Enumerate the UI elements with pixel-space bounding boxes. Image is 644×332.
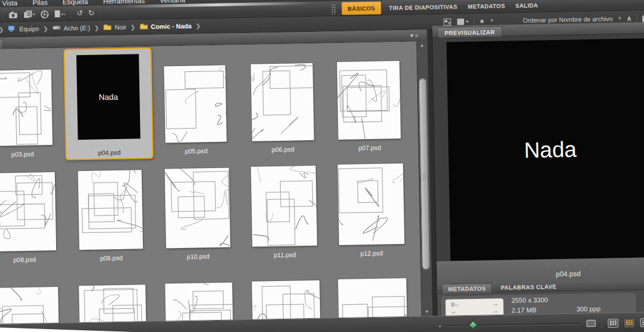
meta-dimensions: 2550 x 3300 <box>511 296 576 305</box>
breadcrumb: Escritorio❯Equipo❯Acho (E:)❯Noir❯Comic -… <box>0 21 201 34</box>
smaller-thumbs-icon[interactable]: ▪ <box>439 321 441 331</box>
thumbnail-image[interactable] <box>164 65 226 143</box>
content-panel: CONTENIDO ▼≡ p03.psdNada· · · · ·p04.psd… <box>0 30 433 332</box>
computer-icon <box>8 25 16 33</box>
breadcrumb-separator: ❯ <box>43 25 49 32</box>
toolbar: ◄ ▼ ↺ ↻ <box>0 8 100 21</box>
thumbnail-image[interactable] <box>337 61 400 140</box>
metadata-tab-palabras-clave[interactable]: PALABRAS CLAVE <box>495 282 562 293</box>
file-unlabeled[interactable] <box>0 265 67 332</box>
rotate-ccw-icon[interactable]: ↺ <box>76 8 83 19</box>
thumbnail-image[interactable] <box>0 172 56 251</box>
bridge-window: EditarVistaPilasEtiquetaHerramientasVent… <box>0 0 644 332</box>
folder-open-icon[interactable] <box>642 14 644 22</box>
toolbar-separator <box>71 9 71 18</box>
workspace-tab-tira-de-diapositivas[interactable]: TIRA DE DIAPOSITIVAS <box>387 0 460 13</box>
slider-thumb[interactable] <box>470 322 476 328</box>
file-label: p10.psd <box>187 253 209 260</box>
thumbnail-image[interactable] <box>78 170 143 250</box>
file-p05[interactable]: p05.psd <box>154 50 237 155</box>
file-label: p03.psd <box>11 151 34 158</box>
tab-previsualizar[interactable]: PREVISUALIZAR <box>437 26 502 38</box>
file-p12[interactable]: p12.psd <box>329 153 412 258</box>
status-controls: ▪ <box>439 317 644 331</box>
breadcrumb-separator: ❯ <box>130 24 135 30</box>
menu-item[interactable]: Pilas <box>32 0 47 7</box>
cover-text: Nada <box>98 92 118 102</box>
camera-raw-icon[interactable] <box>40 10 49 19</box>
file-p04[interactable]: Nada· · · · ·p04.psd <box>64 48 153 160</box>
preview-cover-text: Nada <box>524 137 577 163</box>
preview-panel: PREVISUALIZAR Nada · · · · · p04.psd MET… <box>432 21 644 332</box>
thumbnail-quality-icon[interactable] <box>443 18 452 25</box>
workspace-tab-salida[interactable]: SALIDA <box>513 0 540 11</box>
file-label: p04.psd <box>98 149 120 156</box>
file-label: p07.psd <box>358 144 381 152</box>
thumbnail-image[interactable] <box>337 163 404 245</box>
breadcrumb-item[interactable]: Acho (E:) <box>52 24 90 32</box>
file-p11[interactable]: p11.psd <box>242 155 325 260</box>
grid-view-icon[interactable] <box>608 319 619 327</box>
thumbnail-size-slider[interactable] <box>447 320 581 329</box>
file-label: p06.psd <box>271 145 294 153</box>
folder-icon <box>139 23 148 31</box>
breadcrumb-item[interactable]: Comic - Nada <box>139 22 192 31</box>
file-label: p11.psd <box>274 251 296 258</box>
thumbnail-grid: p03.psdNada· · · · ·p04.psdp05.psdp06.ps… <box>0 42 422 332</box>
workspace-tab-metadatos[interactable]: METADATOS <box>465 0 507 12</box>
thumbnail-view-icon[interactable] <box>624 318 635 327</box>
drive-icon <box>52 25 61 32</box>
scrollbar-grip <box>422 174 426 180</box>
screenshot-stage: EditarVistaPilasEtiquetaHerramientasVent… <box>0 0 644 332</box>
scroll-up-icon[interactable]: ▲ <box>417 43 427 47</box>
selected-thumbnail[interactable]: Nada <box>76 54 141 140</box>
file-p08[interactable]: p08.psd <box>0 159 65 264</box>
thumbnail-image[interactable] <box>164 168 230 249</box>
slider-track <box>447 323 581 326</box>
larger-thumbs-icon[interactable] <box>587 320 596 327</box>
workspace-tab-básicos[interactable]: BÁSICOS <box>341 2 381 15</box>
file-label: p09.psd <box>100 254 123 262</box>
open-file-icon[interactable] <box>54 10 65 18</box>
meta-resolution: 300 ppp <box>576 305 601 313</box>
panel-menu-icon[interactable]: ▼≡ <box>409 32 418 38</box>
rating-dots[interactable]: · · · · · <box>91 142 127 148</box>
toolbar-separator <box>602 319 602 328</box>
breadcrumb-item[interactable]: Equipo <box>8 24 39 33</box>
breadcrumb-separator: ❯ <box>196 23 201 29</box>
breadcrumb-separator: ❯ <box>0 26 3 32</box>
file-p06[interactable]: p06.psd <box>241 49 323 154</box>
details-view-icon[interactable] <box>641 318 644 327</box>
camera-import-icon[interactable] <box>8 11 18 19</box>
folder-icon <box>103 23 112 31</box>
file-p09[interactable]: p09.psd <box>69 158 152 262</box>
thumbnail-image[interactable] <box>0 70 53 146</box>
preview-quality-icon[interactable] <box>457 17 469 25</box>
thumbnail-image[interactable] <box>251 63 314 141</box>
file-label: p05.psd <box>185 147 207 155</box>
file-label: p08.psd <box>13 256 36 264</box>
toolbar-separator <box>2 10 3 20</box>
breadcrumb-separator: ❯ <box>94 24 100 31</box>
scroll-down-icon[interactable]: ▼ <box>422 309 432 313</box>
copy-pages-icon[interactable] <box>23 10 35 19</box>
toolbar-separator <box>474 17 474 26</box>
toolbar-separator <box>636 14 637 23</box>
metadata-tab-metadatos[interactable]: METADATOS <box>441 283 492 294</box>
workspace-grip-icon[interactable] <box>331 4 336 14</box>
preview-image[interactable]: Nada <box>447 38 644 261</box>
file-p07[interactable]: p07.psd <box>327 48 410 152</box>
rotate-cw-icon[interactable]: ↻ <box>88 8 94 19</box>
menu-item[interactable]: Vista <box>2 0 18 8</box>
breadcrumb-item[interactable]: Noir <box>103 23 126 32</box>
file-p10[interactable]: p10.psd <box>156 156 238 261</box>
file-p03[interactable]: p03.psd <box>0 54 63 159</box>
file-label: p12.psd <box>360 250 383 257</box>
toolbar-separator <box>100 9 100 18</box>
thumbnail-image[interactable] <box>251 166 318 247</box>
